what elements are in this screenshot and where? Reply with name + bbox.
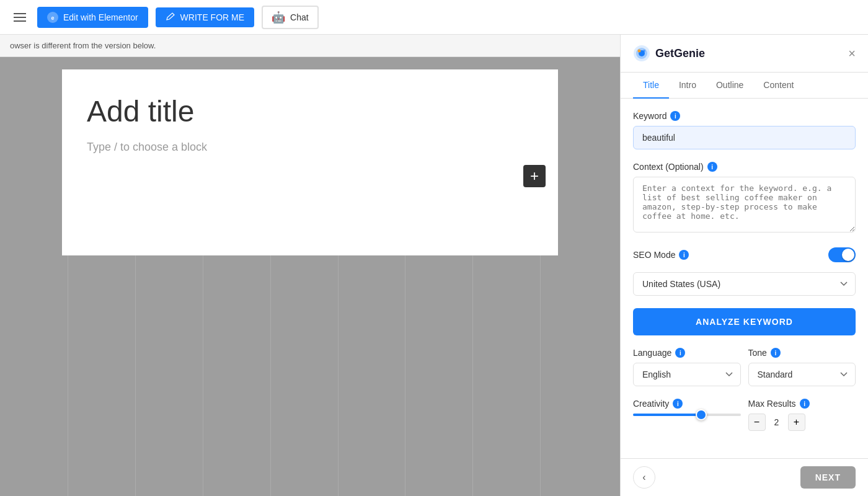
- keyword-info-icon[interactable]: i: [670, 111, 680, 121]
- tone-info-icon[interactable]: i: [771, 348, 781, 358]
- max-results-label: Max Results i: [748, 399, 856, 409]
- add-block-button[interactable]: +: [523, 165, 546, 187]
- page-title[interactable]: Add title: [87, 94, 533, 128]
- write-icon: [166, 12, 175, 22]
- edit-with-elementor-button[interactable]: e Edit with Elementor: [37, 7, 148, 28]
- creativity-field: Creativity i: [633, 399, 741, 431]
- tab-content[interactable]: Content: [753, 73, 804, 99]
- keyword-input[interactable]: [633, 126, 856, 149]
- keyword-field-group: Keyword i: [633, 111, 856, 149]
- max-results-stepper: − 2 +: [748, 414, 856, 431]
- write-for-me-button[interactable]: WRITE FOR ME: [156, 7, 254, 27]
- analyze-keyword-button[interactable]: ANALYZE KEYWORD: [633, 308, 856, 335]
- language-label: Language i: [633, 348, 741, 358]
- svg-point-6: [643, 50, 645, 52]
- panel-footer: ‹ NEXT: [621, 458, 868, 496]
- creativity-info-icon[interactable]: i: [673, 399, 683, 409]
- chat-button-label: Chat: [290, 12, 309, 22]
- editor-canvas[interactable]: Add title Type / to choose a block: [62, 69, 558, 255]
- next-button[interactable]: NEXT: [800, 466, 856, 489]
- max-results-increment-button[interactable]: +: [788, 414, 805, 431]
- svg-point-5: [638, 50, 641, 53]
- hamburger-line-1: [14, 13, 26, 14]
- context-field-group: Context (Optional) i: [633, 162, 856, 235]
- creativity-label: Creativity i: [633, 399, 741, 409]
- svg-text:e: e: [51, 15, 54, 21]
- seo-mode-toggle[interactable]: [828, 247, 856, 262]
- max-results-value: 2: [771, 417, 783, 427]
- language-tone-row: Language i English Spanish French Tone i: [633, 348, 856, 386]
- toggle-knob: [842, 249, 854, 261]
- context-info-icon[interactable]: i: [707, 162, 717, 172]
- brand-name: GetGenie: [655, 47, 705, 60]
- max-results-decrement-button[interactable]: −: [748, 414, 766, 431]
- keyword-label: Keyword i: [633, 111, 856, 121]
- tone-label: Tone i: [748, 348, 856, 358]
- language-info-icon[interactable]: i: [675, 348, 685, 358]
- editor-area: owser is different from the version belo…: [0, 35, 620, 496]
- creativity-maxresults-row: Creativity i Max Results i − 2: [633, 399, 856, 431]
- panel-header: GetGenie ×: [621, 35, 868, 73]
- context-label: Context (Optional) i: [633, 162, 856, 172]
- tone-select[interactable]: Standard Formal Casual: [748, 363, 856, 386]
- tab-outline[interactable]: Outline: [706, 73, 753, 99]
- tone-field: Tone i Standard Formal Casual: [748, 348, 856, 386]
- language-field: Language i English Spanish French: [633, 348, 741, 386]
- elementor-button-label: Edit with Elementor: [63, 12, 138, 22]
- country-field-group: United States (USA) United Kingdom (UK) …: [633, 272, 856, 296]
- editor-placeholder[interactable]: Type / to choose a block: [87, 141, 533, 154]
- getgenie-logo-icon: [633, 45, 650, 62]
- panel-content: Keyword i Context (Optional) i SEO Mode …: [621, 99, 868, 458]
- seo-mode-row: SEO Mode i: [633, 247, 856, 262]
- panel-tabs: Title Intro Outline Content: [621, 73, 868, 99]
- hamburger-line-2: [14, 17, 26, 18]
- chat-emoji-icon: 🤖: [272, 11, 285, 24]
- elementor-icon: e: [47, 12, 58, 23]
- creativity-slider-track: [633, 414, 741, 416]
- back-button[interactable]: ‹: [633, 466, 655, 489]
- tab-intro[interactable]: Intro: [669, 73, 706, 99]
- chat-button[interactable]: 🤖 Chat: [262, 6, 319, 29]
- country-select[interactable]: United States (USA) United Kingdom (UK) …: [633, 272, 856, 296]
- panel-close-button[interactable]: ×: [848, 47, 856, 60]
- panel-brand: GetGenie: [633, 45, 705, 62]
- language-select[interactable]: English Spanish French: [633, 363, 741, 386]
- toolbar: e Edit with Elementor WRITE FOR ME 🤖 Cha…: [0, 0, 868, 35]
- creativity-slider-fill: [633, 414, 698, 416]
- getgenie-panel: GetGenie × Title Intro Outline Content: [620, 35, 868, 496]
- context-textarea[interactable]: [633, 177, 856, 232]
- creativity-slider-thumb[interactable]: [696, 409, 707, 420]
- tab-title[interactable]: Title: [633, 73, 669, 99]
- main-area: owser is different from the version belo…: [0, 35, 868, 496]
- hamburger-menu-button[interactable]: [10, 9, 30, 25]
- write-button-label: WRITE FOR ME: [180, 12, 244, 22]
- seo-mode-info-icon[interactable]: i: [679, 250, 689, 260]
- hamburger-line-3: [14, 20, 26, 22]
- max-results-field: Max Results i − 2 +: [748, 399, 856, 431]
- editor-notice: owser is different from the version belo…: [0, 35, 620, 57]
- seo-mode-label: SEO Mode i: [633, 250, 689, 260]
- max-results-info-icon[interactable]: i: [800, 399, 810, 409]
